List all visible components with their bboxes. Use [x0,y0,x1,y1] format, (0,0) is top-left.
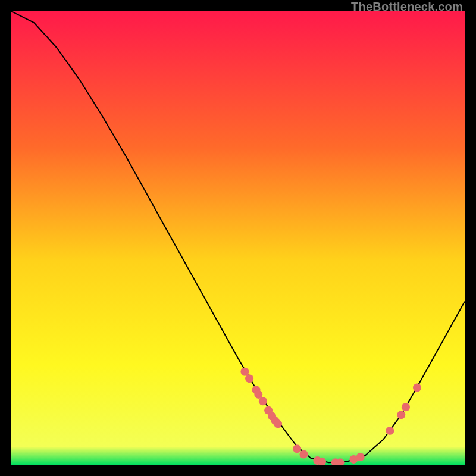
chart-frame [11,11,465,465]
marker-dot [397,411,405,419]
marker-dot [356,453,365,461]
marker-dot [402,403,410,411]
chart-canvas [11,11,465,465]
marker-dot [300,450,308,459]
marker-dot [274,419,282,428]
marker-dot [254,390,262,399]
marker-dot [240,368,249,376]
marker-dot [413,384,421,392]
marker-dot [293,444,301,453]
marker-dot [259,397,267,405]
watermark-text: TheBottleneck.com [351,0,463,14]
marker-dot [386,427,394,435]
marker-dot [245,374,253,383]
